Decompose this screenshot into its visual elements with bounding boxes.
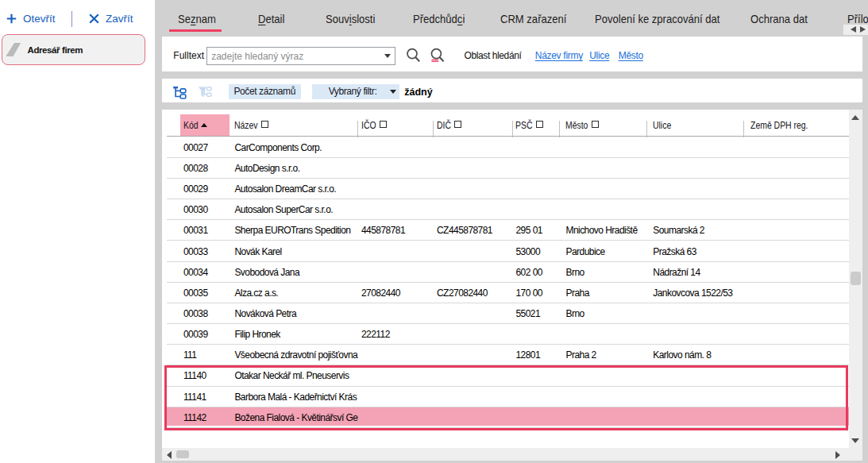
cell-kod: 00029 [183,183,230,195]
column-header-nazev[interactable]: Název [234,120,258,131]
scroll-right-icon[interactable] [835,451,840,459]
search-scope-label: Oblast hledání [465,50,522,61]
sort-asc-icon [201,123,207,127]
table-row-00027[interactable]: 00027CarComponents Corp. [162,137,849,158]
filter-tree-icon-disabled [198,86,212,99]
tab-bar: SeznamDetailSouvislostiPředchůdciCRM zař… [155,0,868,37]
table-row-11140[interactable]: 11140Otakar Neckář ml. Pneuservis [162,365,849,386]
column-filter-square-dic[interactable] [454,121,461,128]
cell-nazev: Otakar Neckář ml. Pneuservis [234,370,358,381]
tab-ochrana-dat[interactable]: Ochrana dat [750,0,808,37]
open-button[interactable]: Otevřít [6,10,56,27]
cell-nazev: Autosalon DreamCar s.r.o. [234,183,358,195]
cell-kod: 00031 [183,225,230,236]
column-header-ulice[interactable]: Ulice [653,120,671,131]
cell-ulice: Soumarská 2 [653,225,743,236]
table-row-00028[interactable]: 00028AutoDesign s.r.o. [162,158,849,179]
cell-ulice: Nádražní 14 [653,267,743,278]
table-row-00030[interactable]: 00030Autosalon SuperCar s.r.o. [162,199,849,220]
cell-ulice: Jankovcova 1522/53 [653,287,743,299]
table-row-111[interactable]: 111Všeobecná zdravotní pojišťovna12801Pr… [162,345,849,365]
cell-kod: 111 [183,349,230,361]
column-header-ico[interactable]: IČO [361,120,376,131]
cell-nazev: Všeobecná zdravotní pojišťovna [234,349,358,361]
fulltext-input[interactable] [206,47,395,65]
vertical-scrollbar-thumb[interactable] [851,272,862,286]
column-filter-square-mesto[interactable] [592,121,599,128]
active-tab-underline [169,29,222,33]
column-filter-square-ico[interactable] [380,121,387,128]
filter-value: žádný [404,87,432,98]
cell-nazev: Filip Hronek [234,329,358,340]
table-row-00039[interactable]: 00039Filip Hronek222112 [162,324,849,345]
cell-mesto: Praha [565,287,646,299]
chevron-down-icon [390,90,396,94]
cell-nazev: CarComponents Corp. [234,142,358,153]
sidebar: Otevřít Zavřít Adresář firem [0,0,155,463]
cell-kod: 00034 [183,267,230,278]
cell-nazev: Novák Karel [234,246,358,257]
cell-mesto: Praha 2 [565,349,646,361]
scope-link-m-sto[interactable]: Město [619,50,643,61]
cell-kod: 00027 [183,142,230,153]
table-row-00031[interactable]: 00031Sherpa EUROTrans Spedition445878781… [162,220,849,241]
grid-rows: 00027CarComponents Corp.00028AutoDesign … [162,137,849,428]
tab-p-edch-dci[interactable]: Předchůdci [413,0,465,37]
cell-nazev: Nováková Petra [234,308,358,319]
horizontal-scrollbar[interactable] [162,448,862,461]
vertical-scrollbar[interactable] [849,110,862,448]
tab-souvislosti[interactable]: Souvislosti [326,0,375,37]
column-filter-square-nazev[interactable] [261,121,268,128]
fulltext-dropdown-icon[interactable] [384,54,391,58]
cell-kod: 00030 [183,204,230,215]
tab-crm-za-azen-[interactable]: CRM zařazení [500,0,566,37]
table-row-00035[interactable]: 00035Alza.cz a.s.27082440CZ27082440170 0… [162,283,849,303]
cell-psc: 295 01 [515,225,559,236]
scroll-left-icon[interactable] [167,451,172,459]
close-button[interactable]: Zavřít [89,10,133,27]
column-header-kod[interactable]: Kód [183,120,199,131]
tab-scroll-right-icon[interactable] [860,26,866,33]
tab-detail[interactable]: Detail [258,0,284,37]
cell-mesto: Brno [565,267,646,278]
tab-scroll-left-icon[interactable] [851,26,856,33]
scroll-down-icon[interactable] [851,438,859,443]
column-header-mesto[interactable]: Město [565,120,588,131]
cell-nazev: Božena Fialová - Květinářsví Ge [234,412,358,423]
cell-mesto: Mnichovo Hradiště [565,225,646,236]
cell-psc: 55021 [515,308,559,319]
table-row-11141[interactable]: 11141Barbora Malá - Kadeřnictví Krás [162,387,849,407]
table-row-00034[interactable]: 00034Svobodová Jana602 00BrnoNádražní 14 [162,262,849,283]
column-header-dic[interactable]: DIČ [437,120,451,131]
grid-header-row: KódNázevIČODIČPSČMěstoUliceZemě DPH reg. [162,114,849,136]
cell-ico: 27082440 [361,287,433,299]
scope-link-ulice[interactable]: Ulice [589,50,609,61]
scope-link-n-zev-firmy[interactable]: Název firmy [535,50,583,61]
scroll-up-icon[interactable] [851,115,859,120]
sidebar-item-adresar-firem[interactable]: Adresář firem [2,34,145,65]
search-icon[interactable] [406,46,423,64]
selected-filter-dropdown[interactable]: Vybraný filtr: [312,84,399,99]
record-count-button[interactable]: Počet záznamů [229,84,301,99]
table-row-00029[interactable]: 00029Autosalon DreamCar s.r.o. [162,179,849,199]
search-in-found-icon[interactable] [430,46,449,65]
cell-kod: 00033 [183,246,230,257]
table-row-11142[interactable]: 11142Božena Fialová - Květinářsví Ge [162,407,849,428]
table-row-00033[interactable]: 00033Novák Karel53000PardubicePražská 63 [162,241,849,261]
row-separator [167,427,849,428]
tab-povolen-ke-zpracov-n-dat[interactable]: Povolení ke zpracování dat [595,0,719,37]
column-header-zeme[interactable]: Země DPH reg. [750,120,808,131]
table-row-00038[interactable]: 00038Nováková Petra55021Brno [162,303,849,324]
column-filter-square-psc[interactable] [536,121,543,128]
cell-kod: 11140 [183,370,230,381]
close-icon [89,14,99,24]
horizontal-scrollbar-thumb[interactable] [176,450,189,459]
tree-view-icon[interactable] [172,86,187,99]
column-header-psc[interactable]: PSČ [515,120,532,131]
cell-dic: CZ27082440 [437,287,512,299]
cell-psc: 602 00 [515,267,559,278]
cell-nazev: Alza.cz a.s. [234,287,358,299]
cell-nazev: Autosalon SuperCar s.r.o. [234,204,358,215]
cell-ico: 445878781 [361,225,433,236]
record-count-label: Počet záznamů [233,86,295,97]
